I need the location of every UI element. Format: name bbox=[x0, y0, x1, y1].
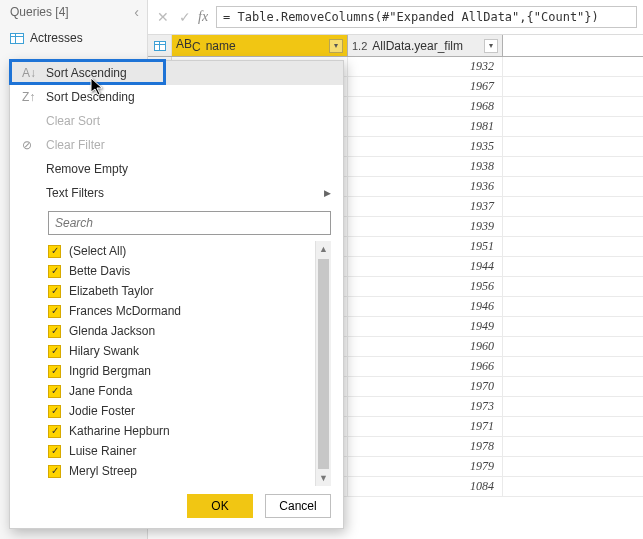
filter-value-item[interactable]: ✓Meryl Streep bbox=[48, 461, 313, 481]
text-filters[interactable]: Text Filters ▶ bbox=[10, 181, 343, 205]
collapse-icon[interactable]: ‹ bbox=[134, 4, 139, 20]
clear-filter-icon: ⊘ bbox=[22, 138, 38, 152]
filter-value-item[interactable]: ✓Bette Davis bbox=[48, 261, 313, 281]
row-header-corner[interactable] bbox=[148, 35, 172, 56]
filter-search-input[interactable] bbox=[48, 211, 331, 235]
queries-title: Queries [4] bbox=[10, 5, 69, 19]
filter-value-item[interactable]: ✓Glenda Jackson bbox=[48, 321, 313, 341]
scroll-up-icon[interactable]: ▲ bbox=[316, 241, 331, 257]
filter-value-label: Jodie Foster bbox=[69, 404, 135, 418]
filter-value-label: Elizabeth Taylor bbox=[69, 284, 154, 298]
remove-empty[interactable]: Remove Empty bbox=[10, 157, 343, 181]
filter-value-item[interactable]: ✓Luise Rainer bbox=[48, 441, 313, 461]
filter-value-item[interactable]: ✓Jane Fonda bbox=[48, 381, 313, 401]
formula-input[interactable]: = Table.RemoveColumns(#"Expanded AllData… bbox=[216, 6, 637, 28]
filter-value-label: Ingrid Bergman bbox=[69, 364, 151, 378]
column-headers: ABC name ▾ 1.2 AllData.year_film ▾ bbox=[148, 35, 643, 57]
cell-year: 1966 bbox=[348, 357, 503, 376]
checkbox-icon[interactable]: ✓ bbox=[48, 325, 61, 338]
filter-value-item[interactable]: ✓Hilary Swank bbox=[48, 341, 313, 361]
query-item-actresses[interactable]: Actresses bbox=[0, 28, 147, 48]
cell-year: 1944 bbox=[348, 257, 503, 276]
column-label: AllData.year_film bbox=[372, 39, 463, 53]
filter-value-item[interactable]: ✓Katharine Hepburn bbox=[48, 421, 313, 441]
checkbox-icon[interactable]: ✓ bbox=[48, 305, 61, 318]
column-label: name bbox=[206, 39, 236, 53]
cell-year: 1967 bbox=[348, 77, 503, 96]
sort-desc-icon: Z↑ bbox=[22, 90, 38, 104]
filter-value-item[interactable]: ✓Ingrid Bergman bbox=[48, 361, 313, 381]
cell-year: 1968 bbox=[348, 97, 503, 116]
cell-year: 1935 bbox=[348, 137, 503, 156]
filter-value-label: Hilary Swank bbox=[69, 344, 139, 358]
type-number-icon: 1.2 bbox=[352, 40, 367, 52]
formula-bar: ✕ ✓ fx = Table.RemoveColumns(#"Expanded … bbox=[148, 0, 643, 35]
cell-year: 1939 bbox=[348, 217, 503, 236]
checkbox-icon[interactable]: ✓ bbox=[48, 365, 61, 378]
query-label: Actresses bbox=[30, 31, 83, 45]
filter-value-item[interactable]: ✓Frances McDormand bbox=[48, 301, 313, 321]
cell-year: 1951 bbox=[348, 237, 503, 256]
checkbox-icon[interactable]: ✓ bbox=[48, 285, 61, 298]
column-filter-dropdown: A↓ Sort Ascending Z↑ Sort Descending Cle… bbox=[9, 60, 344, 529]
sort-ascending[interactable]: A↓ Sort Ascending bbox=[10, 61, 343, 85]
sort-descending[interactable]: Z↑ Sort Descending bbox=[10, 85, 343, 109]
type-text-icon: ABC bbox=[176, 37, 201, 54]
filter-values-list: ✓(Select All)✓Bette Davis✓Elizabeth Tayl… bbox=[48, 241, 331, 486]
column-filter-button[interactable]: ▾ bbox=[484, 39, 498, 53]
filter-value-label: Frances McDormand bbox=[69, 304, 181, 318]
checkbox-icon[interactable]: ✓ bbox=[48, 445, 61, 458]
cell-year: 1979 bbox=[348, 457, 503, 476]
cell-year: 1971 bbox=[348, 417, 503, 436]
cell-year: 1973 bbox=[348, 397, 503, 416]
checkbox-icon[interactable]: ✓ bbox=[48, 245, 61, 258]
cell-year: 1949 bbox=[348, 317, 503, 336]
clear-filter: ⊘ Clear Filter bbox=[10, 133, 343, 157]
cell-year: 1938 bbox=[348, 157, 503, 176]
scroll-thumb[interactable] bbox=[318, 259, 329, 469]
checkbox-icon[interactable]: ✓ bbox=[48, 465, 61, 478]
checkbox-icon[interactable]: ✓ bbox=[48, 425, 61, 438]
table-icon bbox=[10, 33, 24, 44]
table-icon bbox=[154, 41, 166, 51]
clear-sort: Clear Sort bbox=[10, 109, 343, 133]
formula-confirm-icon[interactable]: ✓ bbox=[176, 9, 194, 25]
filter-value-item[interactable]: ✓Jodie Foster bbox=[48, 401, 313, 421]
filter-value-label: Bette Davis bbox=[69, 264, 130, 278]
cancel-button[interactable]: Cancel bbox=[265, 494, 331, 518]
scrollbar[interactable]: ▲ ▼ bbox=[315, 241, 331, 486]
filter-value-label: Luise Rainer bbox=[69, 444, 136, 458]
ok-button[interactable]: OK bbox=[187, 494, 253, 518]
filter-value-label: (Select All) bbox=[69, 244, 126, 258]
cell-year: 1981 bbox=[348, 117, 503, 136]
cell-year: 1978 bbox=[348, 437, 503, 456]
filter-value-item[interactable]: ✓Elizabeth Taylor bbox=[48, 281, 313, 301]
cell-year: 1084 bbox=[348, 477, 503, 496]
scroll-down-icon[interactable]: ▼ bbox=[316, 470, 331, 486]
checkbox-icon[interactable]: ✓ bbox=[48, 345, 61, 358]
cell-year: 1937 bbox=[348, 197, 503, 216]
sort-asc-icon: A↓ bbox=[22, 66, 38, 80]
filter-value-item[interactable]: ✓(Select All) bbox=[48, 241, 313, 261]
column-header-year[interactable]: 1.2 AllData.year_film ▾ bbox=[348, 35, 503, 56]
fx-icon: fx bbox=[198, 9, 208, 25]
cell-year: 1946 bbox=[348, 297, 503, 316]
checkbox-icon[interactable]: ✓ bbox=[48, 265, 61, 278]
cell-year: 1956 bbox=[348, 277, 503, 296]
filter-value-label: Jane Fonda bbox=[69, 384, 132, 398]
column-header-name[interactable]: ABC name ▾ bbox=[172, 35, 348, 56]
cell-year: 1936 bbox=[348, 177, 503, 196]
formula-cancel-icon[interactable]: ✕ bbox=[154, 9, 172, 25]
filter-value-label: Glenda Jackson bbox=[69, 324, 155, 338]
chevron-right-icon: ▶ bbox=[324, 188, 331, 198]
cell-year: 1970 bbox=[348, 377, 503, 396]
filter-value-label: Meryl Streep bbox=[69, 464, 137, 478]
cell-year: 1932 bbox=[348, 57, 503, 76]
checkbox-icon[interactable]: ✓ bbox=[48, 405, 61, 418]
filter-value-label: Katharine Hepburn bbox=[69, 424, 170, 438]
cell-year: 1960 bbox=[348, 337, 503, 356]
column-filter-button[interactable]: ▾ bbox=[329, 39, 343, 53]
checkbox-icon[interactable]: ✓ bbox=[48, 385, 61, 398]
